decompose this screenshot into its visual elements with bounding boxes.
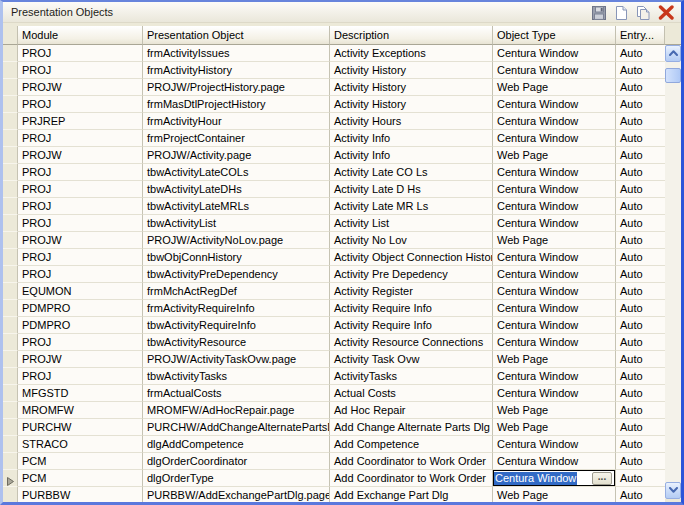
- cell-type[interactable]: Centura Window: [493, 334, 616, 351]
- cell-entry[interactable]: Auto: [616, 249, 665, 266]
- cell-entry[interactable]: Auto: [616, 215, 665, 232]
- cell-module[interactable]: PROJ: [18, 130, 143, 147]
- cell-module[interactable]: PDMPRO: [18, 317, 143, 334]
- scrollbar-thumb[interactable]: [665, 68, 681, 83]
- cell-module[interactable]: PROJ: [18, 198, 143, 215]
- cell-type[interactable]: Centura Window: [493, 198, 616, 215]
- cell-description[interactable]: Activity History: [330, 96, 493, 113]
- cell-description[interactable]: Ad Hoc Repair: [330, 402, 493, 419]
- cell-description[interactable]: Activity Task Ovw: [330, 351, 493, 368]
- column-header-presentation-object[interactable]: Presentation Object: [143, 26, 330, 45]
- cell-description[interactable]: Activity Info: [330, 130, 493, 147]
- cell-module[interactable]: PROJ: [18, 181, 143, 198]
- cell-entry[interactable]: Auto: [616, 62, 665, 79]
- cell-description[interactable]: Add Coordinator to Work Order: [330, 453, 493, 470]
- row-selector[interactable]: [3, 300, 18, 317]
- table-row[interactable]: PROJtbwActivityTasksActivityTasksCentura…: [3, 368, 665, 385]
- table-row[interactable]: PDMPROfrmActivityRequireInfoActivity Req…: [3, 300, 665, 317]
- cell-entry[interactable]: Auto: [616, 453, 665, 470]
- table-row[interactable]: PROJtbwActivityLateCOLsActivity Late CO …: [3, 164, 665, 181]
- cell-description[interactable]: Activity Pre Depedency: [330, 266, 493, 283]
- row-selector-current[interactable]: [3, 470, 18, 487]
- cell-type[interactable]: Web Page: [493, 351, 616, 368]
- cell-object[interactable]: MROMFW/AdHocRepair.page: [143, 402, 330, 419]
- cell-description[interactable]: Activity Exceptions: [330, 45, 493, 62]
- cell-description[interactable]: Add Change Alternate Parts Dlg: [330, 419, 493, 436]
- table-row[interactable]: PROJfrmProjectContainerActivity InfoCent…: [3, 130, 665, 147]
- row-selector[interactable]: [3, 164, 18, 181]
- column-header-description[interactable]: Description: [330, 26, 493, 45]
- close-icon[interactable]: [658, 5, 675, 20]
- cell-object[interactable]: frmProjectContainer: [143, 130, 330, 147]
- table-row[interactable]: PURBBWPURBBW/AddExchangePartDlg.pageAdd …: [3, 487, 665, 502]
- cell-object[interactable]: dlgAddCompetence: [143, 436, 330, 453]
- cell-entry[interactable]: Auto: [616, 266, 665, 283]
- cell-type[interactable]: Centura Window: [493, 45, 616, 62]
- cell-module[interactable]: PROJ: [18, 266, 143, 283]
- cell-entry[interactable]: Auto: [616, 164, 665, 181]
- cell-object[interactable]: tbwObjConnHistory: [143, 249, 330, 266]
- cell-entry[interactable]: Auto: [616, 436, 665, 453]
- cell-object[interactable]: PROJW/Activity.page: [143, 147, 330, 164]
- column-header-object-type[interactable]: Object Type: [493, 26, 616, 45]
- cell-module[interactable]: PROJW: [18, 351, 143, 368]
- cell-type[interactable]: Web Page: [493, 147, 616, 164]
- lookup-ellipsis-button[interactable]: ...: [592, 472, 612, 485]
- table-row[interactable]: PROJtbwActivityLateDHsActivity Late D Hs…: [3, 181, 665, 198]
- cell-entry[interactable]: Auto: [616, 79, 665, 96]
- cell-module[interactable]: PROJ: [18, 249, 143, 266]
- cell-object[interactable]: tbwActivityList: [143, 215, 330, 232]
- table-row[interactable]: STRACOdlgAddCompetenceAdd CompetenceCent…: [3, 436, 665, 453]
- cell-type[interactable]: Web Page: [493, 402, 616, 419]
- cell-description[interactable]: Actual Costs: [330, 385, 493, 402]
- cell-description[interactable]: Activity Info: [330, 147, 493, 164]
- row-selector[interactable]: [3, 232, 18, 249]
- cell-module[interactable]: PROJ: [18, 368, 143, 385]
- cell-object[interactable]: dlgOrderCoordinator: [143, 453, 330, 470]
- table-row[interactable]: PROJtbwActivityResourceActivity Resource…: [3, 334, 665, 351]
- cell-type[interactable]: Centura Window: [493, 181, 616, 198]
- cell-description[interactable]: Add Coordinator to Work Order: [330, 470, 493, 487]
- cell-object[interactable]: PROJW/ProjectHistory.page: [143, 79, 330, 96]
- row-selector[interactable]: [3, 79, 18, 96]
- cell-description[interactable]: Activity History: [330, 62, 493, 79]
- cell-object[interactable]: frmActualCosts: [143, 385, 330, 402]
- row-selector[interactable]: [3, 249, 18, 266]
- row-selector[interactable]: [3, 45, 18, 62]
- cell-object[interactable]: tbwActivityResource: [143, 334, 330, 351]
- cell-entry[interactable]: Auto: [616, 181, 665, 198]
- table-row[interactable]: PROJWPROJW/ActivityTaskOvw.pageActivity …: [3, 351, 665, 368]
- row-selector[interactable]: [3, 334, 18, 351]
- table-row[interactable]: PROJfrmMasDtlProjectHistoryActivity Hist…: [3, 96, 665, 113]
- cell-entry[interactable]: Auto: [616, 300, 665, 317]
- cell-entry[interactable]: Auto: [616, 487, 665, 502]
- cell-description[interactable]: Add Competence: [330, 436, 493, 453]
- cell-entry[interactable]: Auto: [616, 317, 665, 334]
- row-selector[interactable]: [3, 487, 18, 502]
- row-selector[interactable]: [3, 317, 18, 334]
- cell-type[interactable]: Centura Window: [493, 113, 616, 130]
- table-row[interactable]: PROJfrmActivityIssuesActivity Exceptions…: [3, 45, 665, 62]
- cell-description[interactable]: Add Exchange Part Dlg: [330, 487, 493, 502]
- cell-description[interactable]: Activity Late D Hs: [330, 181, 493, 198]
- table-row[interactable]: PURCHWPURCHW/AddChangeAlternatePartsDAdd…: [3, 419, 665, 436]
- cell-module[interactable]: PROJW: [18, 79, 143, 96]
- row-selector[interactable]: [3, 198, 18, 215]
- row-selector[interactable]: [3, 385, 18, 402]
- cell-module[interactable]: PRJREP: [18, 113, 143, 130]
- cell-description[interactable]: Activity Late CO Ls: [330, 164, 493, 181]
- cell-object[interactable]: frmMchActRegDef: [143, 283, 330, 300]
- cell-module[interactable]: PCM: [18, 470, 143, 487]
- table-row[interactable]: MROMFWMROMFW/AdHocRepair.pageAd Hoc Repa…: [3, 402, 665, 419]
- cell-description[interactable]: Activity Hours: [330, 113, 493, 130]
- cell-object[interactable]: tbwActivityRequireInfo: [143, 317, 330, 334]
- cell-object[interactable]: frmActivityHistory: [143, 62, 330, 79]
- cell-type[interactable]: Web Page: [493, 487, 616, 502]
- cell-type[interactable]: Centura Window: [493, 164, 616, 181]
- row-selector[interactable]: [3, 453, 18, 470]
- cell-entry[interactable]: Auto: [616, 419, 665, 436]
- cell-object[interactable]: frmActivityRequireInfo: [143, 300, 330, 317]
- row-selector[interactable]: [3, 368, 18, 385]
- cell-entry[interactable]: Auto: [616, 351, 665, 368]
- cell-module[interactable]: PROJ: [18, 62, 143, 79]
